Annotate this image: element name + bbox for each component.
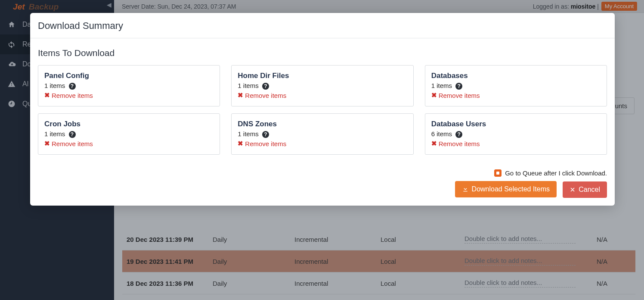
remove-items-link[interactable]: ✖ Remove items xyxy=(431,140,480,147)
card-title: Home Dir Files xyxy=(238,72,407,80)
help-icon[interactable]: ? xyxy=(262,131,269,138)
close-icon: ✖ xyxy=(431,91,437,99)
close-icon: ✖ xyxy=(238,140,243,147)
help-icon[interactable]: ? xyxy=(69,131,76,138)
card-title: Panel Config xyxy=(44,72,214,80)
help-icon[interactable]: ? xyxy=(69,83,76,90)
remove-items-link[interactable]: ✖ Remove items xyxy=(238,140,286,147)
card-title: Database Users xyxy=(431,120,601,128)
remove-items-link[interactable]: ✖ Remove items xyxy=(44,91,93,99)
card-title: DNS Zones xyxy=(238,120,407,128)
remove-items-link[interactable]: ✖ Remove items xyxy=(238,91,286,99)
card-item-count: 1 items ? xyxy=(44,130,214,138)
download-summary-modal: Download Summary Items To Download Panel… xyxy=(30,13,615,206)
go-to-queue-label: Go to Queue after I click Download. xyxy=(505,169,607,177)
cancel-button[interactable]: Cancel xyxy=(563,181,607,198)
close-icon: ✖ xyxy=(238,91,243,99)
card-item-count: 1 items ? xyxy=(238,82,407,90)
download-card: Database Users6 items ?✖ Remove items xyxy=(425,113,607,155)
help-icon[interactable]: ? xyxy=(262,83,269,90)
card-item-count: 6 items ? xyxy=(431,130,601,138)
download-card: Databases1 items ?✖ Remove items xyxy=(425,65,607,106)
close-icon: ✖ xyxy=(44,91,50,99)
card-item-count: 1 items ? xyxy=(44,82,214,90)
close-icon xyxy=(570,187,576,193)
remove-items-link[interactable]: ✖ Remove items xyxy=(431,91,480,99)
download-card: DNS Zones1 items ?✖ Remove items xyxy=(231,113,413,155)
close-icon: ✖ xyxy=(431,140,437,147)
items-to-download-heading: Items To Download xyxy=(38,48,607,58)
download-selected-items-button[interactable]: Download Selected Items xyxy=(455,181,557,197)
remove-items-link[interactable]: ✖ Remove items xyxy=(44,140,93,147)
download-icon xyxy=(462,186,469,193)
card-title: Cron Jobs xyxy=(44,120,214,128)
modal-header: Download Summary xyxy=(30,13,615,38)
modal-title: Download Summary xyxy=(38,20,607,31)
card-item-count: 1 items ? xyxy=(431,82,601,90)
download-card: Cron Jobs1 items ?✖ Remove items xyxy=(38,113,220,155)
card-item-count: 1 items ? xyxy=(238,130,407,138)
download-card: Home Dir Files1 items ?✖ Remove items xyxy=(231,65,413,106)
card-title: Databases xyxy=(431,72,601,80)
help-icon[interactable]: ? xyxy=(455,131,462,138)
go-to-queue-checkbox[interactable] xyxy=(494,169,502,177)
help-icon[interactable]: ? xyxy=(455,83,462,90)
close-icon: ✖ xyxy=(44,140,50,147)
download-card: Panel Config1 items ?✖ Remove items xyxy=(38,65,220,106)
